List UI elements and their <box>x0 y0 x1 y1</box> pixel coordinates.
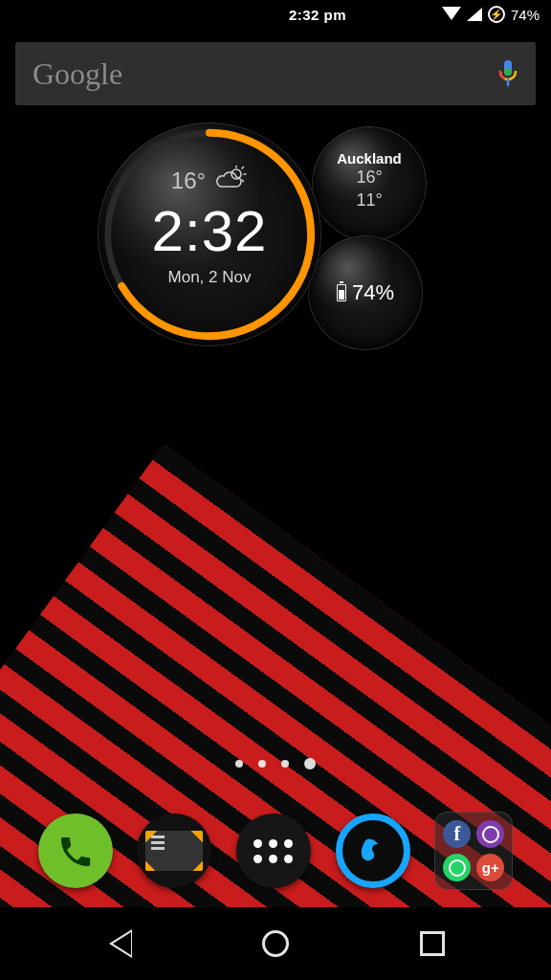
cell-signal-icon <box>467 8 482 21</box>
navigation-bar <box>0 907 551 980</box>
mail-icon <box>145 831 203 871</box>
progress-ring-icon <box>101 126 318 343</box>
phone-icon <box>56 833 95 871</box>
google-search-widget[interactable]: Google <box>15 42 536 105</box>
page-dot[interactable] <box>258 760 266 768</box>
browser-app[interactable] <box>336 813 410 888</box>
home-icon <box>262 930 289 957</box>
globe-icon <box>354 832 392 870</box>
voice-search-icon[interactable] <box>497 59 518 88</box>
weather-city-bubble[interactable]: Auckland 16° 11° <box>312 126 427 241</box>
recent-apps-button[interactable] <box>394 931 471 956</box>
clock-bubble[interactable]: 16° 2:32 Mon, 2 Nov <box>98 122 321 346</box>
status-bar: 2:32 pm ⚡ 74% <box>0 0 551 29</box>
battery-charging-icon: ⚡ <box>488 6 505 23</box>
google-logo: Google <box>33 56 122 92</box>
app-drawer-button[interactable] <box>236 813 311 888</box>
status-time: 2:32 pm <box>289 7 346 23</box>
page-dot[interactable] <box>281 760 289 768</box>
whatsapp-app-icon[interactable] <box>443 854 471 881</box>
page-dot[interactable] <box>235 760 243 768</box>
status-battery: 74% <box>511 7 540 23</box>
battery-bubble[interactable]: 74% <box>308 235 423 350</box>
svg-rect-1 <box>504 68 512 76</box>
facebook-app-icon[interactable]: f <box>443 820 471 848</box>
battery-icon <box>337 284 346 301</box>
city-name: Auckland <box>337 150 402 167</box>
page-dot-active[interactable] <box>304 758 316 769</box>
phone-app[interactable] <box>38 813 113 888</box>
back-icon <box>107 929 130 958</box>
viber-app-icon[interactable] <box>476 820 504 848</box>
recent-icon <box>420 931 445 956</box>
app-drawer-icon <box>253 839 293 863</box>
google-plus-app-icon[interactable]: g+ <box>476 854 504 881</box>
clock-weather-widget[interactable]: Auckland 16° 11° 74% 16° <box>0 122 551 371</box>
city-high-temp: 16° <box>356 167 382 189</box>
back-button[interactable] <box>80 929 157 958</box>
dock: f g+ <box>0 812 551 890</box>
page-indicator[interactable] <box>0 760 551 769</box>
wifi-icon <box>442 7 461 20</box>
city-low-temp: 11° <box>356 189 382 212</box>
home-button[interactable] <box>237 930 314 957</box>
social-folder[interactable]: f g+ <box>434 812 513 890</box>
battery-percent: 74% <box>352 280 394 305</box>
email-app[interactable] <box>137 813 211 888</box>
